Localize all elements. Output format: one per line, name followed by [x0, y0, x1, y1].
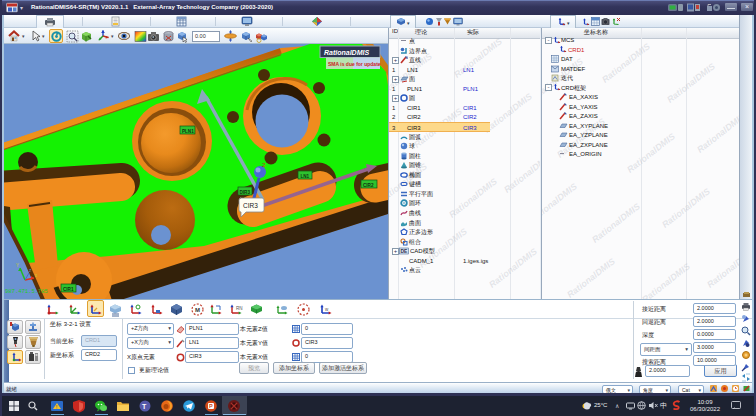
svg-text:SMA is due for update: SMA is due for update [328, 61, 381, 67]
svg-text:CIR2: CIR2 [363, 183, 374, 188]
svg-text:CIR3: CIR3 [243, 202, 258, 209]
svg-text:RationalDMIS: RationalDMIS [324, 49, 369, 56]
svg-text:T: T [142, 403, 147, 410]
svg-text:M: M [195, 307, 200, 313]
svg-text:DE: DE [401, 248, 409, 254]
svg-text:987.471.5.785: 987.471.5.785 [5, 288, 48, 295]
svg-text:CIR1: CIR1 [63, 287, 74, 292]
svg-text:PLN1: PLN1 [182, 129, 194, 134]
svg-text:w: w [325, 307, 329, 312]
svg-text:P: P [209, 403, 213, 409]
svg-text:LN1: LN1 [301, 174, 310, 179]
svg-text:!: ! [56, 404, 57, 410]
svg-text:RN: RN [236, 306, 243, 311]
svg-text:DIR3: DIR3 [240, 190, 251, 195]
svg-text:Y: Y [16, 263, 19, 268]
